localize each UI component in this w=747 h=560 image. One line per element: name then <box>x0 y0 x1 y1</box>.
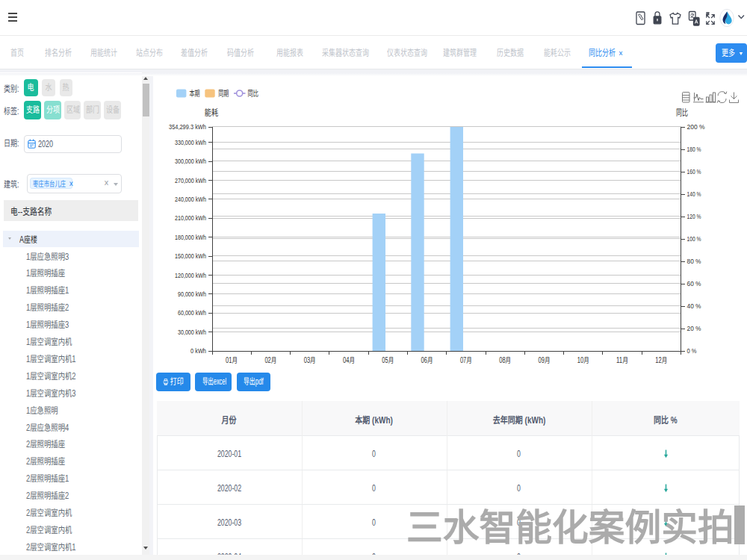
svg-text:09月: 09月 <box>539 356 551 364</box>
svg-text:120,000 kWh: 120,000 kWh <box>175 271 206 279</box>
svg-text:180,000 kWh: 180,000 kWh <box>175 233 206 241</box>
svg-text:270,000 kWh: 270,000 kWh <box>175 176 206 184</box>
svg-text:同比: 同比 <box>248 89 259 98</box>
svg-text:02月: 02月 <box>264 356 276 364</box>
svg-text:354,299.3 kWh: 354,299.3 kWh <box>169 122 206 131</box>
svg-text:07月: 07月 <box>460 356 472 364</box>
svg-text:11月: 11月 <box>616 356 628 364</box>
svg-text:本期: 本期 <box>190 89 200 98</box>
svg-text:06月: 06月 <box>421 356 433 364</box>
svg-text:30,000 kWh: 30,000 kWh <box>178 328 206 336</box>
svg-text:150,000 kWh: 150,000 kWh <box>175 252 206 260</box>
svg-text:160 %: 160 % <box>687 167 701 175</box>
svg-text:330,000 kWh: 330,000 kWh <box>175 138 206 146</box>
svg-text:10月: 10月 <box>577 356 589 364</box>
svg-text:04月: 04月 <box>343 356 355 364</box>
svg-text:03月: 03月 <box>304 356 316 364</box>
svg-text:240,000 kWh: 240,000 kWh <box>175 195 206 203</box>
svg-text:05月: 05月 <box>382 356 394 364</box>
svg-text:0 %: 0 % <box>687 346 697 355</box>
svg-text:12月: 12月 <box>655 356 667 364</box>
svg-text:08月: 08月 <box>499 356 511 364</box>
svg-text:200 %: 200 % <box>687 122 705 131</box>
svg-text:90,000 kWh: 90,000 kWh <box>178 290 206 298</box>
svg-text:80 %: 80 % <box>687 257 701 265</box>
svg-text:0 kWh: 0 kWh <box>190 346 206 355</box>
svg-text:140 %: 140 % <box>687 190 701 198</box>
svg-text:60 %: 60 % <box>687 279 701 287</box>
svg-text:120 %: 120 % <box>687 212 701 220</box>
svg-text:能耗: 能耗 <box>205 108 219 118</box>
svg-text:同期: 同期 <box>218 89 229 98</box>
svg-text:60,000 kWh: 60,000 kWh <box>178 308 206 317</box>
svg-text:40 %: 40 % <box>687 302 701 310</box>
svg-text:180 %: 180 % <box>687 145 701 153</box>
svg-text:01月: 01月 <box>226 356 238 364</box>
svg-text:同比: 同比 <box>676 108 688 118</box>
svg-text:20 %: 20 % <box>687 324 701 332</box>
svg-text:210,000 kWh: 210,000 kWh <box>175 214 206 222</box>
svg-text:300,000 kWh: 300,000 kWh <box>175 157 206 165</box>
svg-text:100 %: 100 % <box>687 234 701 243</box>
